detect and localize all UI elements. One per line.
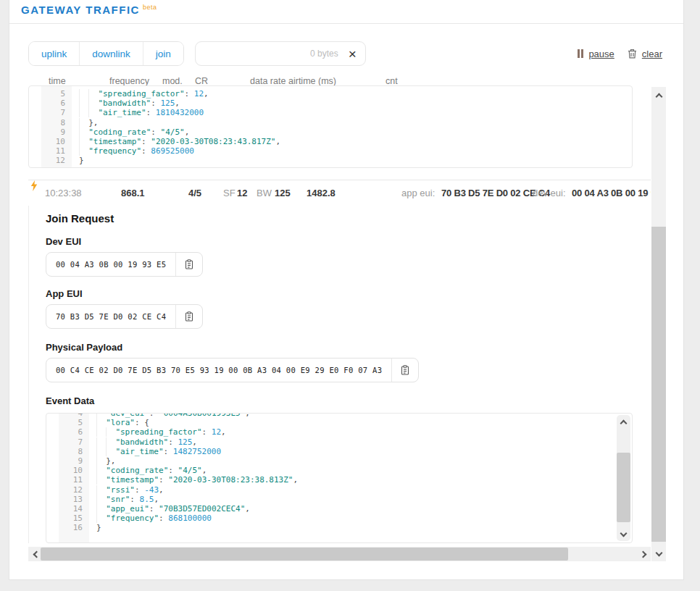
row-dev-eui-label: dev eui:: [533, 180, 566, 206]
col-header-data-rate: data rate: [250, 76, 286, 86]
close-icon[interactable]: ×: [347, 47, 358, 61]
code-line: 8 "air_time": 1482752000: [46, 447, 632, 456]
row-bw-label: BW: [257, 180, 272, 206]
col-header-frequency: frequency: [109, 76, 149, 86]
col-header-time: time: [49, 76, 66, 86]
clear-button[interactable]: clear: [628, 49, 662, 59]
join-request-detail: Join Request Dev EUI 00 04 A3 0B 00 19 9…: [28, 206, 641, 543]
physical-payload-value: 00 C4 CE 02 D0 7E D5 B3 70 E5 93 19 00 0…: [46, 359, 391, 382]
traffic-row-join-request[interactable]: 10:23:38 868.1 4/5 SF 12 BW 125 1482.8 a…: [28, 180, 651, 206]
code-line: 13 "snr": 8.5,: [46, 495, 632, 504]
pause-icon: [578, 49, 583, 58]
code-line: 4 "dev_eui": "0004A30B001993E5",: [46, 413, 632, 418]
clipboard-icon: [401, 365, 409, 375]
col-header-cnt: cnt: [386, 76, 398, 86]
row-coding-rate: 4/5: [188, 180, 201, 206]
code-line: 12}: [29, 156, 632, 165]
event-data-json-box[interactable]: 4 "dev_eui": "0004A30B001993E5",5 "lora"…: [46, 413, 633, 543]
raw-event-json-preview[interactable]: 5 "spreading_factor": 12,6 "bandwidth": …: [28, 85, 633, 168]
line-number: 9: [46, 456, 89, 466]
col-header-airtime: airtime (ms): [288, 76, 336, 86]
code-line: 11 "timestamp": "2020-03-30T08:23:38.813…: [46, 475, 632, 485]
col-header-mod: mod.: [162, 76, 183, 86]
vertical-scrollbar-thumb[interactable]: [651, 227, 666, 542]
payload-filter-box: 0 bytes ×: [195, 41, 366, 66]
row-app-eui-label: app eui:: [401, 180, 435, 206]
dev-eui-value: 00 04 A3 0B 00 19 93 E5: [46, 253, 175, 276]
byte-count: 0 bytes: [310, 49, 338, 59]
row-bw-value: 125: [275, 180, 291, 206]
line-number: 14: [46, 504, 89, 514]
line-number: 8: [29, 118, 72, 127]
page-title-text: GATEWAY TRAFFIC: [21, 4, 140, 16]
event-data-scrollbar[interactable]: [617, 415, 630, 541]
code-line: 9 },: [46, 456, 632, 466]
line-number: 13: [46, 495, 89, 504]
copy-dev-eui-button[interactable]: [175, 253, 202, 276]
code-line: 10 "coding_rate": "4/5",: [46, 466, 632, 475]
line-number: 6: [29, 98, 72, 108]
line-number: 10: [46, 466, 89, 475]
line-number: 7: [29, 108, 72, 117]
line-number: 4: [46, 413, 89, 418]
event-scrollbar-thumb[interactable]: [617, 453, 630, 522]
line-number: 5: [46, 418, 89, 427]
detail-title: Join Request: [46, 211, 641, 226]
clipboard-icon: [185, 259, 193, 269]
copy-payload-button[interactable]: [391, 359, 418, 382]
clipboard-icon: [185, 311, 193, 322]
physical-payload-box: 00 C4 CE 02 D0 7E D5 B3 70 E5 93 19 00 0…: [46, 358, 419, 382]
event-data-label: Event Data: [46, 395, 641, 407]
code-line: 10 "timestamp": "2020-03-30T08:23:43.817…: [29, 137, 632, 146]
copy-app-eui-button[interactable]: [175, 305, 202, 328]
row-time: 10:23:38: [45, 180, 82, 206]
code-line: 5 "lora": {: [46, 418, 632, 427]
tab-join[interactable]: join: [143, 42, 183, 65]
tab-uplink[interactable]: uplink: [29, 42, 79, 65]
horizontal-scrollbar-thumb[interactable]: [41, 548, 568, 561]
line-number: 16: [46, 523, 89, 532]
code-line: 6 "bandwidth": 125,: [29, 98, 632, 108]
code-line: 6 "spreading_factor": 12,: [46, 427, 632, 437]
trash-icon: [628, 49, 637, 59]
code-line: 16}: [46, 523, 632, 532]
scroll-right-icon[interactable]: [636, 547, 649, 561]
app-eui-value: 70 B3 D5 7E D0 02 CE C4: [46, 305, 175, 328]
line-number: 15: [46, 514, 89, 523]
col-header-cr: CR: [195, 76, 208, 86]
horizontal-scrollbar[interactable]: [28, 547, 651, 561]
traffic-table-headers: time frequency mod. CR data rate airtime…: [28, 76, 664, 85]
payload-filter-input[interactable]: [204, 49, 310, 59]
scroll-down-icon[interactable]: [617, 527, 630, 540]
code-line: 8 },: [29, 118, 632, 127]
line-number: 12: [29, 156, 72, 165]
row-sf-label: SF: [223, 180, 236, 206]
page-title: GATEWAY TRAFFICbeta: [21, 4, 157, 16]
app-eui-box: 70 B3 D5 7E D0 02 CE C4: [46, 304, 203, 329]
pause-button[interactable]: pause: [578, 49, 614, 59]
code-line: 7 "air_time": 1810432000: [29, 108, 632, 117]
dev-eui-label: Dev EUI: [46, 236, 641, 248]
code-line: 5 "spreading_factor": 12,: [29, 89, 632, 98]
code-line: 9 "coding_rate": "4/5",: [29, 127, 632, 137]
scroll-up-icon[interactable]: [651, 90, 666, 103]
code-line: 12 "rssi": -43,: [46, 485, 632, 495]
row-sf-value: 12: [237, 180, 247, 206]
code-line: 11 "frequency": 869525000: [29, 146, 632, 156]
toolbar: uplink downlink join 0 bytes × pause cle…: [9, 24, 683, 66]
row-airtime: 1482.8: [307, 180, 336, 206]
app-eui-label: App EUI: [46, 288, 641, 300]
line-number: 5: [29, 89, 72, 98]
physical-payload-label: Physical Payload: [46, 342, 641, 353]
scroll-up-icon[interactable]: [617, 416, 630, 429]
line-number: 10: [29, 137, 72, 146]
gateway-traffic-panel: GATEWAY TRAFFICbeta uplink downlink join…: [9, 0, 684, 580]
tab-downlink[interactable]: downlink: [79, 42, 143, 65]
code-line: 14 "app_eui": "70B3D57ED002CEC4",: [46, 504, 632, 514]
dev-eui-box: 00 04 A3 0B 00 19 93 E5: [46, 252, 203, 277]
traffic-filter-tabs: uplink downlink join: [28, 41, 184, 66]
vertical-scrollbar[interactable]: [651, 87, 666, 561]
event-data-lines: 4 "dev_eui": "0004A30B001993E5",5 "lora"…: [46, 413, 632, 533]
scroll-down-icon[interactable]: [651, 546, 666, 559]
traffic-scroll-viewport: 5 "spreading_factor": 12,6 "bandwidth": …: [28, 85, 651, 561]
